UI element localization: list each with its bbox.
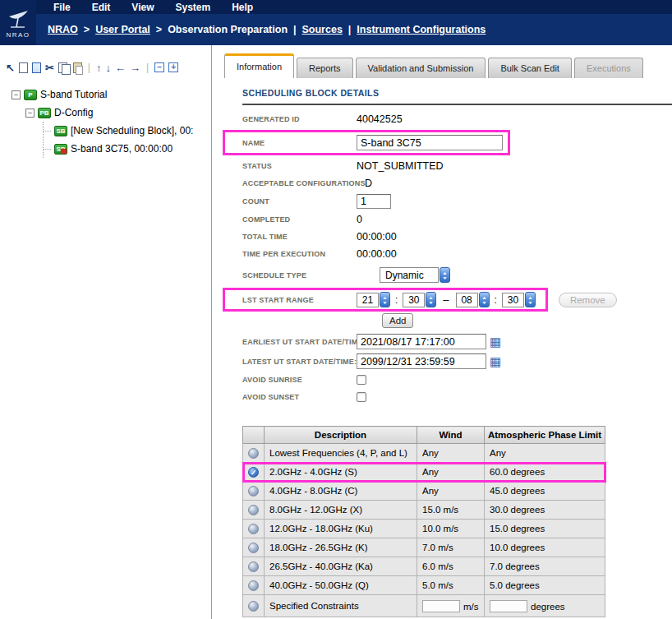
breadcrumb-user-portal-link[interactable]: User Portal xyxy=(95,24,150,35)
radio-button[interactable] xyxy=(248,580,259,591)
latest-ut-start-input[interactable] xyxy=(357,353,486,369)
constraint-wind: Any xyxy=(417,463,485,482)
earliest-ut-start-label: EARLIEST UT START DATE/TIME: xyxy=(242,338,357,346)
constraint-wind: Any xyxy=(417,444,485,463)
constraint-phase: 5.0 degrees xyxy=(485,576,605,595)
constraint-wind: 10.0 m/s xyxy=(417,520,485,538)
move-left-icon[interactable]: ← xyxy=(115,62,126,73)
field-latest-ut-start: LATEST UT START DATE/TIME: ▦ xyxy=(242,353,672,369)
breadcrumb-separator: > xyxy=(156,24,162,35)
move-right-icon[interactable]: → xyxy=(130,62,140,73)
menu-view[interactable]: View xyxy=(121,2,164,13)
move-up-icon[interactable]: ↑ xyxy=(96,62,102,73)
constraint-row-specified[interactable]: Specified Constraints m/s degrees xyxy=(243,595,605,617)
header-right: File Edit View System Help NRAO > User P… xyxy=(36,0,672,45)
lst-start-minute-input[interactable] xyxy=(403,293,425,307)
lst-start-hour-input[interactable] xyxy=(357,293,379,307)
menu-help[interactable]: Help xyxy=(221,2,264,13)
instrument-configurations-link[interactable]: Instrument Configurations xyxy=(357,24,486,35)
select-cursor-icon[interactable]: ↖ xyxy=(6,62,15,73)
latest-ut-start-label: LATEST UT START DATE/TIME: xyxy=(242,358,357,366)
radio-button[interactable] xyxy=(248,561,259,572)
collapse-node-icon[interactable]: − xyxy=(25,109,35,118)
avoid-sunset-checkbox[interactable] xyxy=(357,392,366,402)
tree-item-program-block[interactable]: − PB D-Config xyxy=(25,104,211,122)
save-document-icon[interactable] xyxy=(32,62,41,73)
constraint-row-ka-band[interactable]: 26.5GHz - 40.0GHz (Ka) 6.0 m/s 7.0 degre… xyxy=(243,557,605,576)
collapse-all-icon[interactable]: − xyxy=(154,62,164,72)
lst-end-hour-input[interactable] xyxy=(456,293,478,307)
time-per-execution-value: 00:00:00 xyxy=(357,248,397,260)
radio-button[interactable] xyxy=(248,448,259,459)
spinner-stepper-icon[interactable]: ▲▼ xyxy=(525,292,536,307)
copy-icon[interactable] xyxy=(58,62,69,73)
constraint-row-ku-band[interactable]: 12.0GHz - 18.0GHz (Ku) 10.0 m/s 15.0 deg… xyxy=(243,520,605,538)
tree-item-project[interactable]: − P S-band Tutorial xyxy=(0,85,211,104)
field-count: COUNT xyxy=(242,194,672,209)
radio-button[interactable] xyxy=(248,524,259,534)
constraint-phase: 10.0 degrees xyxy=(485,538,605,557)
constraint-row-c-band[interactable]: 4.0GHz - 8.0GHz (C) Any 45.0 degrees xyxy=(243,482,605,501)
radio-button[interactable] xyxy=(248,486,259,497)
tab-bulk-scan-edit[interactable]: Bulk Scan Edit xyxy=(488,58,572,78)
constraint-row-q-band[interactable]: 40.0GHz - 50.0GHz (Q) 5.0 m/s 5.0 degree… xyxy=(243,576,605,595)
name-input[interactable] xyxy=(357,135,503,150)
wind-column-header: Wind xyxy=(417,427,485,444)
menu-system[interactable]: System xyxy=(164,2,221,13)
constraint-row-s-band-selected[interactable]: ✓ 2.0GHz - 4.0GHz (S) Any 60.0 degrees xyxy=(243,463,605,482)
specified-wind-input[interactable] xyxy=(422,600,460,612)
tab-validation-and-submission[interactable]: Validation and Submission xyxy=(356,58,486,78)
field-schedule-type: SCHEDULE TYPE Dynamic ▲▼ xyxy=(242,267,672,283)
nrao-logo[interactable]: NRAO xyxy=(0,0,36,45)
calendar-icon[interactable]: ▦ xyxy=(490,335,501,348)
count-label: COUNT xyxy=(242,197,357,206)
radio-button[interactable] xyxy=(248,543,259,553)
menu-edit[interactable]: Edit xyxy=(81,2,122,13)
tree-item-sband-3c75[interactable]: SB S-band 3C75, 00:00:00 xyxy=(44,140,211,158)
avoid-sunrise-checkbox[interactable] xyxy=(357,375,366,385)
field-total-time: TOTAL TIME 00:00:00 xyxy=(242,230,672,243)
tab-strip: Information Reports Validation and Submi… xyxy=(224,45,672,78)
calendar-icon[interactable]: ▦ xyxy=(490,355,501,367)
project-badge-icon: P xyxy=(24,90,37,100)
sources-link[interactable]: Sources xyxy=(302,24,343,35)
spinner-stepper-icon[interactable]: ▲▼ xyxy=(380,292,390,307)
add-lst-range-button[interactable]: Add xyxy=(382,313,413,328)
move-down-icon[interactable]: ↓ xyxy=(105,62,111,73)
section-divider xyxy=(242,104,672,105)
spinner-stepper-icon[interactable]: ▲▼ xyxy=(479,292,490,307)
new-document-icon[interactable] xyxy=(19,62,28,73)
expand-all-icon[interactable]: + xyxy=(168,62,178,72)
schedule-type-value: Dynamic xyxy=(380,267,439,283)
menu-file[interactable]: File xyxy=(43,2,81,13)
constraint-row-x-band[interactable]: 8.0GHz - 12.0GHz (X) 15.0 m/s 30.0 degre… xyxy=(243,501,605,520)
radio-button-selected[interactable]: ✓ xyxy=(248,467,259,478)
schedule-type-dropdown[interactable]: Dynamic ▲▼ xyxy=(380,267,450,283)
breadcrumb-nrao-link[interactable]: NRAO xyxy=(48,24,78,35)
radio-button[interactable] xyxy=(248,601,259,612)
project-tree: − P S-band Tutorial − PB D-Config SB [Ne… xyxy=(0,85,211,158)
collapse-node-icon[interactable]: − xyxy=(12,90,21,99)
tree-item-new-scheduling-block[interactable]: SB [New Scheduling Block], 00: xyxy=(44,122,211,140)
lst-end-minute-input[interactable] xyxy=(502,293,524,307)
paste-icon[interactable] xyxy=(73,62,82,73)
tab-information[interactable]: Information xyxy=(224,53,294,78)
total-time-label: TOTAL TIME xyxy=(242,233,357,241)
cut-icon[interactable]: ✂ xyxy=(45,62,54,73)
earliest-ut-start-input[interactable] xyxy=(357,334,486,349)
constraint-description: Lowest Frequencies (4, P, and L) xyxy=(265,444,417,463)
count-input[interactable] xyxy=(357,194,391,209)
constraint-row-k-band[interactable]: 18.0GHz - 26.5GHz (K) 7.0 m/s 10.0 degre… xyxy=(243,538,605,557)
lst-end-hour-spinner: ▲▼ xyxy=(456,292,490,307)
constraint-description: 8.0GHz - 12.0GHz (X) xyxy=(265,501,417,520)
radio-button[interactable] xyxy=(248,505,259,515)
specified-phase-input[interactable] xyxy=(490,600,527,612)
constraint-row-lowest-frequencies[interactable]: Lowest Frequencies (4, P, and L) Any Any xyxy=(243,444,605,463)
lst-start-hour-spinner: ▲▼ xyxy=(357,292,390,307)
constraint-phase: 30.0 degrees xyxy=(485,501,605,520)
tree-item-label: D-Config xyxy=(54,107,93,118)
completed-value: 0 xyxy=(357,214,362,225)
tab-reports[interactable]: Reports xyxy=(297,58,353,78)
dropdown-stepper-icon[interactable]: ▲▼ xyxy=(440,267,450,283)
spinner-stepper-icon[interactable]: ▲▼ xyxy=(426,292,436,307)
